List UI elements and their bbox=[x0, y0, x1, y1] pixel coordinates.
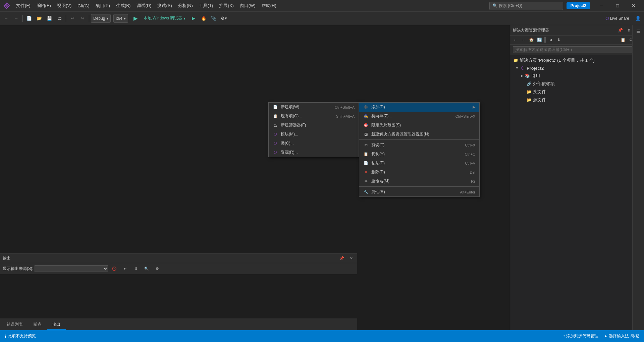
ctx-class[interactable]: ⬡ 类(C)... bbox=[269, 139, 359, 148]
new-file-button[interactable]: 📄 bbox=[24, 14, 34, 23]
platform-dropdown[interactable]: x64 ▾ bbox=[113, 14, 128, 23]
back-button[interactable]: ← bbox=[1, 14, 11, 23]
menu-tools[interactable]: 工具(T) bbox=[196, 1, 216, 10]
platform-arrow: ▾ bbox=[124, 16, 126, 21]
maximize-button[interactable]: □ bbox=[610, 0, 625, 12]
ctx-new-filter[interactable]: 🗂 新建筛选器(F) bbox=[269, 121, 359, 130]
tree-project[interactable]: ▼ ⬡ Project2 bbox=[510, 64, 644, 72]
run-label-text: 本地 Windows 调试器 bbox=[144, 15, 182, 21]
menu-analyze[interactable]: 分析(N) bbox=[175, 1, 196, 10]
forward-button[interactable]: → bbox=[11, 14, 21, 23]
open-file-button[interactable]: 📂 bbox=[35, 14, 44, 23]
output-wrap-button[interactable]: ↵ bbox=[120, 264, 130, 273]
tree-external-deps[interactable]: 🔗 外部依赖项 bbox=[510, 80, 644, 88]
tree-header-files[interactable]: 📂 头文件 bbox=[510, 88, 644, 96]
menu-help[interactable]: 帮助(H) bbox=[259, 1, 279, 10]
undo-button[interactable]: ↩ bbox=[68, 14, 77, 23]
ctx-scope[interactable]: 🎯 限定为此范围(S) bbox=[359, 121, 479, 130]
run-label-button[interactable]: 本地 Windows 调试器 ▾ bbox=[141, 14, 188, 22]
output-source-select[interactable] bbox=[35, 265, 108, 272]
solution-search-input[interactable] bbox=[513, 46, 633, 53]
profile-button[interactable]: 👤 bbox=[633, 14, 643, 23]
output-find-button[interactable]: 🔍 bbox=[142, 264, 151, 273]
solution-settings-btn[interactable]: ◄ bbox=[547, 36, 554, 44]
solution-forward-btn[interactable]: → bbox=[520, 36, 527, 44]
tab-breakpoints[interactable]: 断点 bbox=[28, 320, 47, 330]
ctx-main-add[interactable]: ➕ 添加(D) ▶ bbox=[359, 103, 479, 112]
menu-view[interactable]: 视图(V) bbox=[54, 1, 74, 10]
source-files-label: 源文件 bbox=[533, 97, 546, 103]
ctx-delete[interactable]: ✕ 删除(D) Del bbox=[359, 168, 479, 177]
ctx-properties[interactable]: 🔧 属性(R) Alt+Enter bbox=[359, 187, 479, 196]
status-right-area: ↑ 添加到源代码管理 ▲ 选择输入法 简/繁 bbox=[561, 333, 641, 340]
ctx-cut[interactable]: ✂ 剪切(T) Ctrl+X bbox=[359, 140, 479, 150]
solution-home-btn[interactable]: 🏠 bbox=[528, 36, 535, 44]
minimize-button[interactable]: ─ bbox=[594, 0, 609, 12]
start-run-icon[interactable]: ▶ bbox=[131, 14, 140, 23]
close-button[interactable]: ✕ bbox=[626, 0, 641, 12]
menu-test[interactable]: 测试(S) bbox=[155, 1, 174, 10]
attach-button[interactable]: 📎 bbox=[209, 14, 218, 23]
ctx-cut-icon: ✂ bbox=[363, 142, 369, 148]
menu-extensions[interactable]: 扩展(X) bbox=[216, 1, 236, 10]
ctx-resource-label: 资源(R)... bbox=[281, 150, 298, 155]
ctx-new-filter-label: 新建筛选器(F) bbox=[281, 122, 306, 128]
ctx-copy[interactable]: 📋 复制(Y) Ctrl+C bbox=[359, 150, 479, 159]
output-body bbox=[0, 274, 357, 277]
output-close-button[interactable]: ✕ bbox=[348, 255, 355, 262]
output-clear-button[interactable]: 🚫 bbox=[110, 264, 119, 273]
menu-build[interactable]: 生成(B) bbox=[113, 1, 133, 10]
output-extra-button[interactable]: ⚙ bbox=[153, 264, 162, 273]
solution-pin-button[interactable]: 📌 bbox=[616, 26, 624, 34]
tree-source-files[interactable]: 📂 源文件 bbox=[510, 96, 644, 104]
ctx-rename[interactable]: ✏ 重命名(M) F2 bbox=[359, 177, 479, 186]
search-icon: 🔍 bbox=[492, 3, 497, 8]
status-input-method[interactable]: ▲ 选择输入法 简/繁 bbox=[602, 333, 641, 340]
output-scroll-button[interactable]: ⬇ bbox=[131, 264, 141, 273]
menu-edit[interactable]: 编辑(E) bbox=[34, 1, 54, 10]
save-button[interactable]: 💾 bbox=[45, 14, 54, 23]
attach-dropdown[interactable]: ⚙▾ bbox=[219, 14, 228, 23]
solution-back-btn[interactable]: ← bbox=[512, 36, 519, 44]
menu-file[interactable]: 文件(F) bbox=[13, 1, 33, 10]
tree-references[interactable]: ▶ 📚 引用 bbox=[510, 72, 644, 80]
menu-project[interactable]: 项目(P) bbox=[93, 1, 113, 10]
solution-panel: 解决方案资源管理器 📌 ⬆ ✕ ← → 🏠 🔄 ◄ ⬇ 📋 ⚙ █ 🔍 bbox=[510, 25, 644, 330]
menu-window[interactable]: 窗口(W) bbox=[237, 1, 258, 10]
tab-error-list[interactable]: 错误列表 bbox=[1, 320, 28, 330]
tree-solution-root[interactable]: 📁 解决方案 'Project2' (1 个项目，共 1 个) bbox=[510, 56, 644, 64]
toolbar-separator-2 bbox=[66, 15, 66, 22]
ctx-existing-item[interactable]: 📋 现有项(G)... Shift+Alt+A bbox=[269, 112, 359, 121]
ctx-resource[interactable]: ⬡ 资源(R)... bbox=[269, 148, 359, 157]
ctx-class-wizard[interactable]: 🧙 类向导(Z)... Ctrl+Shift+X bbox=[359, 112, 479, 121]
output-panel-title: 输出 bbox=[3, 255, 11, 261]
status-source-control[interactable]: ↑ 添加到源代码管理 bbox=[561, 333, 600, 340]
solution-sync-btn[interactable]: 🔄 bbox=[536, 36, 543, 44]
tab-output[interactable]: 输出 bbox=[47, 320, 66, 330]
output-pin-button[interactable]: 📌 bbox=[338, 255, 345, 262]
save-all-button[interactable]: 🗂 bbox=[55, 14, 64, 23]
right-sb-btn-1[interactable]: ☰ bbox=[634, 26, 643, 36]
solution-dock-button[interactable]: ⬆ bbox=[625, 26, 633, 34]
project-icon: ⬡ bbox=[520, 65, 525, 71]
debug-run-button[interactable]: ▶ bbox=[189, 14, 198, 23]
status-preview-item[interactable]: ℹ 此项不支持预览 bbox=[3, 333, 38, 340]
ctx-new-view[interactable]: 🖼 新建解决方案资源管理器视图(N) bbox=[359, 130, 479, 139]
solution-collapse-btn[interactable]: ⬇ bbox=[555, 36, 562, 44]
redo-button[interactable]: ↪ bbox=[78, 14, 87, 23]
title-search-box[interactable]: 🔍 搜索 (Ctrl+Q) bbox=[489, 2, 563, 10]
menu-git[interactable]: Git(G) bbox=[75, 2, 92, 10]
ctx-module-label: 模块(M)... bbox=[281, 131, 298, 137]
hot-reload-button[interactable]: 🔥 bbox=[199, 14, 208, 23]
status-input-method-text: ▲ 选择输入法 简/繁 bbox=[604, 333, 639, 339]
liveshare-button[interactable]: ⬡ Live Share bbox=[602, 15, 633, 22]
solution-view-btn[interactable]: 📋 bbox=[619, 36, 627, 44]
ctx-separator-2 bbox=[359, 186, 479, 187]
external-deps-icon: 🔗 bbox=[526, 81, 532, 87]
ctx-rename-icon: ✏ bbox=[363, 179, 369, 184]
ctx-new-item[interactable]: 📄 新建项(W)... Ctrl+Shift+A bbox=[269, 103, 359, 112]
ctx-module[interactable]: ⬡ 模块(M)... bbox=[269, 130, 359, 139]
debug-config-dropdown[interactable]: Debug ▾ bbox=[91, 14, 111, 23]
ctx-paste[interactable]: 📄 粘贴(P) Ctrl+V bbox=[359, 159, 479, 168]
menu-debug[interactable]: 调试(D) bbox=[134, 1, 154, 10]
